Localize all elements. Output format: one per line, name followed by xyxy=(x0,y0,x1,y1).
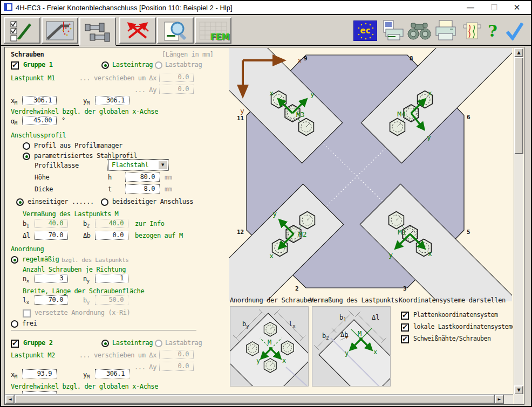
fem-button[interactable]: FEM xyxy=(195,17,231,44)
title-bar: 4H-EC3 - Freier Knotenblechanschluss [Po… xyxy=(1,1,531,15)
regular-radio[interactable] xyxy=(11,256,18,264)
profile-manager-radio[interactable] xyxy=(23,142,30,150)
group2-checkbox[interactable] xyxy=(11,340,19,348)
preview-button[interactable] xyxy=(157,17,194,44)
group2-lastabtrag-label: Lastabtrag xyxy=(165,339,202,347)
corner-11: 11 xyxy=(237,115,244,122)
group1-alpha-label: αM xyxy=(11,118,17,128)
print-preview-button[interactable] xyxy=(381,19,405,42)
profile-class-value: Flachstahl xyxy=(112,161,148,169)
corner-2: 2 xyxy=(295,285,299,292)
ny-label: ny xyxy=(83,275,90,285)
profile-manager-label[interactable]: Profil aus Profilmanager xyxy=(34,142,122,150)
help-button[interactable]: ? xyxy=(485,19,501,42)
plate-cs-checkbox[interactable] xyxy=(401,312,409,320)
vertical-scroll-thumb[interactable] xyxy=(514,57,523,154)
profile-param-radio[interactable] xyxy=(23,153,30,160)
plot-manager-button[interactable] xyxy=(460,19,484,42)
magnifier-document-icon xyxy=(161,19,189,43)
regular-label[interactable]: regelmäßig xyxy=(22,256,59,264)
bolts-tab-active[interactable] xyxy=(79,17,116,46)
local-cs-label[interactable]: lokale Lastkoordinatensysteme xyxy=(413,323,513,331)
group1-checkbox[interactable] xyxy=(11,61,19,70)
height-label: Höhe xyxy=(35,174,49,182)
free-label[interactable]: frei xyxy=(22,320,37,328)
lx-input[interactable]: 70.0 xyxy=(35,295,68,305)
mini2-b2-label: b2 xyxy=(322,332,329,341)
corner-6: 6 xyxy=(467,114,470,121)
scroll-right-button[interactable]: ► xyxy=(495,395,504,404)
profile-param-label[interactable]: parametrisiertes Stahlprofil xyxy=(34,152,137,160)
group2-y-input[interactable]: 306.1 xyxy=(95,369,129,378)
binoculars-icon xyxy=(407,20,431,42)
scroll-up-button[interactable]: ▲ xyxy=(514,48,523,57)
mini1-m-label: M xyxy=(268,339,271,346)
info-note: zur Info xyxy=(135,220,165,228)
m2-x-axis-label: x xyxy=(269,252,274,260)
local-cs-checkbox[interactable] xyxy=(401,323,409,332)
group1-lasteintrag-label[interactable]: Lasteintrag xyxy=(112,61,153,69)
system-geometry-button[interactable] xyxy=(42,17,78,44)
crossed-arrows-icon xyxy=(124,19,152,42)
eurocode-button[interactable]: ec xyxy=(353,19,377,42)
app-window: 4H-EC3 - Freier Knotenblechanschluss [Po… xyxy=(0,0,532,407)
height-unit: mm xyxy=(165,174,172,182)
twoside-radio[interactable] xyxy=(101,198,108,206)
loadpoint-m2-label: M2 xyxy=(298,230,307,238)
print-button[interactable] xyxy=(434,19,458,42)
window-title: 4H-EC3 - Freier Knotenblechanschluss [Po… xyxy=(16,4,233,12)
minimize-button[interactable]: — xyxy=(460,1,481,14)
horizontal-scrollbar[interactable]: ◄ ► xyxy=(5,394,513,404)
group1-x-input[interactable]: 306.1 xyxy=(22,96,57,105)
welds-bolts-checkbox[interactable] xyxy=(401,335,409,343)
m2-y-axis-label: y xyxy=(272,210,277,218)
group2-dy-input: 0.0 xyxy=(159,362,194,371)
legend-arrangement-heading: Anordnung der Schrauben xyxy=(230,296,315,304)
group1-y-input[interactable]: 306.1 xyxy=(95,96,129,105)
db-input[interactable]: 0.0 xyxy=(95,231,128,240)
search-button[interactable] xyxy=(407,19,431,42)
scroll-view: Schrauben [Längen in mm] Gruppe 1 Lastei… xyxy=(5,48,513,395)
confirm-button[interactable] xyxy=(503,19,527,42)
mini2-plate xyxy=(319,320,390,386)
nx-input[interactable]: 3 xyxy=(35,274,68,283)
m3-x-axis-label: x xyxy=(269,89,274,97)
legend-dimension-heading: Vermaßung des Lastpunkts xyxy=(310,296,398,304)
free-radio[interactable] xyxy=(11,320,18,328)
m4-x-axis-label: x xyxy=(428,89,432,97)
b2-input: 40.0 xyxy=(95,219,128,228)
group1-angle-header: Verdrehwinkel bzgl. der globalen x-Achse xyxy=(11,108,158,116)
dl-input[interactable]: 70.0 xyxy=(35,231,68,240)
group2-x-input[interactable]: 93.9 xyxy=(22,369,57,378)
height-input[interactable]: 80.0 xyxy=(125,173,160,182)
group2-title: Gruppe 2 xyxy=(23,339,53,347)
close-button[interactable]: ✕ xyxy=(506,1,528,14)
mini-panel-arrangement: by lx M y x xyxy=(230,306,309,387)
vertical-scrollbar[interactable]: ▲ ▼ xyxy=(514,48,523,395)
oneside-label[interactable]: einseitiger ...... xyxy=(28,198,94,206)
mini2-x-label: x xyxy=(373,348,377,356)
thickness-input[interactable]: 8.0 xyxy=(125,184,160,194)
group1-lasteintrag-radio[interactable] xyxy=(101,61,109,69)
loads-button[interactable] xyxy=(119,17,156,44)
plate-cs-label[interactable]: Plattenkoordinatensystem xyxy=(413,311,498,319)
profile-class-dropdown[interactable]: Flachstahl ▼ xyxy=(108,160,168,170)
scrollbar-corner xyxy=(514,394,523,404)
mini1-y-label: y xyxy=(256,357,260,364)
maximize-button[interactable]: ☐ xyxy=(483,1,505,14)
welds-bolts-label[interactable]: Schweißnähte/Schrauben xyxy=(413,335,491,343)
thickness-unit: mm xyxy=(165,185,172,194)
oneside-radio[interactable] xyxy=(16,198,24,206)
group1-angle-input[interactable]: 45.00 xyxy=(22,116,57,125)
ny-input[interactable]: 1 xyxy=(95,274,128,283)
corner-8: 8 xyxy=(410,55,413,62)
group2-lasteintrag-radio[interactable] xyxy=(101,340,109,347)
group2-lasteintrag-label[interactable]: Lasteintrag xyxy=(112,339,153,347)
horizontal-scroll-thumb[interactable] xyxy=(15,395,495,404)
dropdown-arrow-icon[interactable]: ▼ xyxy=(158,161,167,169)
scroll-left-button[interactable]: ◄ xyxy=(5,395,15,404)
twoside-label[interactable]: beidseitiger Anschluss xyxy=(112,198,193,206)
scroll-down-button[interactable]: ▼ xyxy=(514,385,523,395)
input-check-button[interactable] xyxy=(4,17,40,44)
bolt-icon xyxy=(299,119,314,136)
